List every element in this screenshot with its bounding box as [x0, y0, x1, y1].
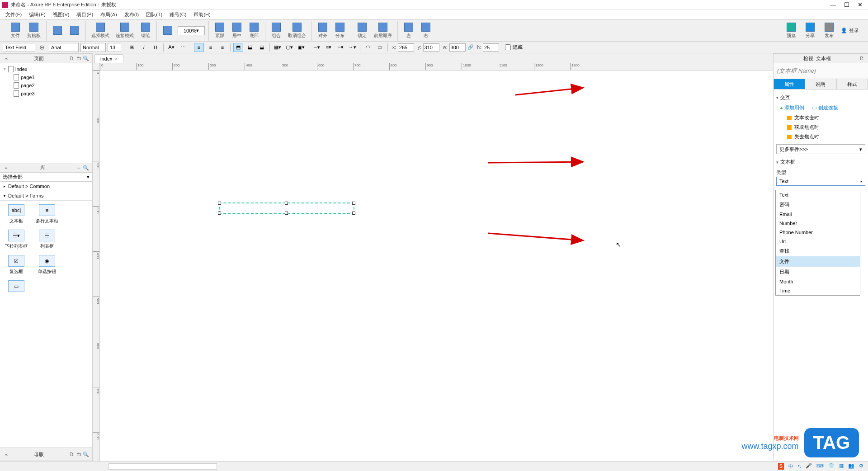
- ruler-vertical[interactable]: 0100200300400500600700800: [93, 71, 100, 461]
- type-select[interactable]: Text▾: [776, 177, 865, 186]
- lib-category-forms[interactable]: ▾Default > Forms: [0, 191, 92, 201]
- line-style-button[interactable]: ┄▾: [335, 43, 345, 52]
- align-bottom-button[interactable]: 底部: [247, 22, 261, 40]
- page-item-index[interactable]: ▿index: [0, 65, 92, 73]
- inspector-page-icon[interactable]: 🗋: [858, 55, 865, 62]
- menu-edit[interactable]: 编辑(E): [26, 10, 48, 19]
- ime-icon[interactable]: S: [778, 463, 784, 470]
- canvas[interactable]: [100, 71, 773, 461]
- event-lost-focus[interactable]: 失去焦点时: [776, 132, 865, 141]
- hidden-checkbox[interactable]: [505, 44, 511, 50]
- menu-account[interactable]: 账号(C): [167, 10, 189, 19]
- type-option-文件[interactable]: 文件: [776, 256, 860, 267]
- widget-name-field[interactable]: (文本框 Name): [774, 63, 868, 79]
- format-painter-button[interactable]: [160, 25, 175, 37]
- selected-textfield-widget[interactable]: [219, 203, 354, 214]
- menu-view[interactable]: 视图(V): [50, 10, 72, 19]
- widget-submit[interactable]: ▭: [4, 280, 29, 292]
- redo-button[interactable]: [67, 25, 82, 37]
- fill-color-button[interactable]: ▦▾: [273, 43, 283, 52]
- type-option-month[interactable]: Month: [776, 277, 860, 286]
- search-lib-icon[interactable]: 🔍: [82, 164, 90, 171]
- line-color-button[interactable]: ─▾: [312, 43, 322, 52]
- type-option-number[interactable]: Number: [776, 219, 860, 228]
- status-mic-icon[interactable]: 🎤: [806, 463, 812, 470]
- type-option-url[interactable]: Url: [776, 237, 860, 246]
- menu-layout[interactable]: 布局(A): [98, 10, 120, 19]
- library-select[interactable]: 选择全部▾: [0, 173, 92, 182]
- preview-button[interactable]: 预览: [784, 22, 798, 40]
- add-master-folder-icon[interactable]: 🗀: [75, 451, 82, 458]
- more-text-button[interactable]: ⋯: [178, 43, 188, 52]
- italic-button[interactable]: I: [139, 43, 149, 52]
- bold-button[interactable]: B: [127, 43, 137, 52]
- widget-checkbox[interactable]: ☑复选框: [4, 255, 29, 275]
- search-pages-icon[interactable]: 🔍: [82, 55, 90, 62]
- lock-button[interactable]: 锁定: [355, 22, 369, 40]
- font-color-button[interactable]: A▾: [166, 43, 176, 52]
- page-item-page1[interactable]: page1: [0, 73, 92, 81]
- type-option-text[interactable]: Text: [776, 190, 860, 199]
- align-left-button[interactable]: ≡: [194, 43, 204, 52]
- ruler-horizontal[interactable]: 0100200300400500600700800900100011001200…: [100, 63, 773, 71]
- zoom-select[interactable]: 100% ▾: [178, 26, 205, 35]
- w-input[interactable]: [449, 43, 466, 52]
- line-width-button[interactable]: ≡▾: [324, 43, 334, 52]
- lib-category-common[interactable]: ▸Default > Common: [0, 182, 92, 191]
- status-punct-icon[interactable]: •,: [798, 463, 801, 470]
- align-right-button[interactable]: ≡: [217, 43, 227, 52]
- clipboard-button[interactable]: 剪贴板: [25, 22, 42, 40]
- distribute-button[interactable]: 分布: [333, 22, 347, 40]
- weight-select[interactable]: Normal: [80, 43, 106, 52]
- ungroup-button[interactable]: 取消组合: [286, 22, 308, 40]
- lock-aspect-icon[interactable]: 🔗: [467, 44, 474, 50]
- page-item-page3[interactable]: page3: [0, 89, 92, 98]
- widget-textarea[interactable]: ≡多行文本框: [34, 204, 60, 224]
- h-input[interactable]: [483, 43, 499, 52]
- event-got-focus[interactable]: 获取焦点时: [776, 122, 865, 132]
- align-center-button[interactable]: ≡: [206, 43, 216, 52]
- add-master-icon[interactable]: 🗋: [68, 451, 75, 458]
- add-page-icon[interactable]: 🗋: [68, 55, 75, 62]
- type-option-time[interactable]: Time: [776, 286, 860, 295]
- outer-shadow-button[interactable]: ▢▾: [284, 43, 294, 52]
- type-option-email[interactable]: Email: [776, 210, 860, 219]
- inner-shadow-button[interactable]: ▣▾: [296, 43, 306, 52]
- create-link-link[interactable]: ⬭创建连接: [812, 104, 838, 111]
- widget-listbox[interactable]: ☰列表框: [34, 230, 60, 250]
- more-events-select[interactable]: 更多事件>>>▾: [776, 144, 865, 154]
- status-gear-icon[interactable]: ⚙: [859, 463, 863, 470]
- x-input[interactable]: [398, 43, 414, 52]
- menu-publish[interactable]: 发布(I): [122, 10, 142, 19]
- type-option-查找[interactable]: 查找: [776, 246, 860, 256]
- menu-file[interactable]: 文件(F): [3, 10, 24, 19]
- y-input[interactable]: [423, 43, 439, 52]
- group-button[interactable]: 组合: [269, 22, 283, 40]
- minimize-button[interactable]: —: [830, 1, 836, 8]
- h-scrollbar[interactable]: [108, 463, 217, 470]
- valign-middle-button[interactable]: ⬓: [245, 43, 255, 52]
- align-top-button[interactable]: 顶部: [212, 22, 227, 40]
- share-button[interactable]: 分享: [803, 22, 817, 40]
- close-button[interactable]: ✕: [858, 1, 863, 8]
- corner-radius-button[interactable]: ◠: [363, 43, 373, 52]
- align-middle-button[interactable]: 居中: [230, 22, 244, 40]
- new-file-button[interactable]: 文件: [8, 22, 23, 40]
- type-option-phone-number[interactable]: Phone Number: [776, 228, 860, 237]
- connect-mode-button[interactable]: 连接模式: [114, 22, 136, 40]
- type-option-日期[interactable]: 日期: [776, 267, 860, 277]
- event-text-change[interactable]: 文本改变时: [776, 113, 865, 122]
- size-select[interactable]: 13: [108, 43, 121, 52]
- tab-properties[interactable]: 属性: [774, 79, 805, 89]
- search-master-icon[interactable]: 🔍: [82, 451, 90, 458]
- status-shirt-icon[interactable]: 👕: [828, 463, 835, 470]
- lib-menu-icon[interactable]: ≡: [75, 164, 82, 171]
- widget-droplist[interactable]: ☰▾下拉列表框: [4, 230, 29, 250]
- collapse-master-icon[interactable]: «: [3, 451, 10, 458]
- login-button[interactable]: 👤 登录: [841, 27, 859, 34]
- tab-notes[interactable]: 说明: [805, 79, 836, 89]
- dock-left-button[interactable]: 左: [401, 22, 416, 40]
- add-folder-icon[interactable]: 🗀: [75, 55, 82, 62]
- valign-bottom-button[interactable]: ⬓: [257, 43, 267, 52]
- arrow-style-button[interactable]: →▾: [347, 43, 357, 52]
